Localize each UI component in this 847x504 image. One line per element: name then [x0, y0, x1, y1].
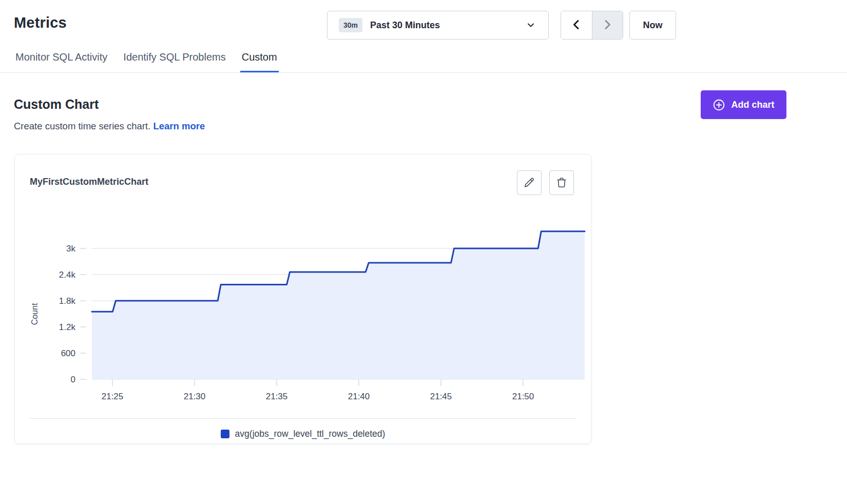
chart-actions — [517, 170, 574, 195]
learn-more-link[interactable]: Learn more — [153, 121, 205, 131]
tab-identify-sql-problems[interactable]: Identify SQL Problems — [122, 51, 227, 72]
svg-text:3k: 3k — [66, 244, 75, 254]
svg-text:2.4k: 2.4k — [59, 270, 76, 280]
tab-custom[interactable]: Custom — [240, 51, 279, 72]
plus-circle-icon — [713, 99, 725, 111]
time-range-label: Past 30 Minutes — [370, 20, 440, 31]
svg-text:21:35: 21:35 — [266, 392, 288, 401]
svg-text:1.2k: 1.2k — [59, 322, 76, 332]
svg-text:21:25: 21:25 — [102, 392, 124, 401]
svg-text:21:50: 21:50 — [512, 392, 534, 401]
time-range-select[interactable]: 30m Past 30 Minutes — [327, 11, 549, 40]
add-chart-button-label: Add chart — [731, 100, 774, 110]
page-title: Metrics — [14, 14, 67, 31]
section-description: Create custom time series chart. Learn m… — [14, 121, 847, 132]
legend-swatch — [221, 430, 229, 438]
legend-label: avg(jobs_row_level_ttl_rows_deleted) — [235, 429, 386, 439]
tab-bar: Monitor SQL Activity Identify SQL Proble… — [0, 51, 847, 73]
metrics-page: Metrics 30m Past 30 Minutes Now Monitor — [0, 0, 847, 504]
chart-area: 06001.2k1.8k2.4k3k21:2521:3021:3521:4021… — [15, 206, 591, 409]
add-chart-button[interactable]: Add chart — [701, 90, 786, 119]
chevron-right-icon — [601, 18, 613, 32]
trash-icon — [556, 177, 567, 188]
chart-card-header: MyFirstCustomMetricChart — [15, 154, 591, 195]
custom-metric-chart-svg: 06001.2k1.8k2.4k3k21:2521:3021:3521:4021… — [15, 206, 592, 407]
delete-chart-button[interactable] — [549, 170, 574, 195]
prev-interval-button[interactable] — [561, 11, 592, 39]
time-range-badge: 30m — [339, 18, 362, 32]
chart-legend[interactable]: avg(jobs_row_level_ttl_rows_deleted) — [15, 419, 591, 439]
top-bar: Metrics 30m Past 30 Minutes Now Monitor — [0, 0, 847, 73]
chevron-down-icon — [526, 21, 535, 30]
now-button[interactable]: Now — [629, 11, 676, 40]
svg-text:1.8k: 1.8k — [59, 296, 76, 306]
svg-text:Count: Count — [30, 303, 39, 325]
custom-chart-section: Custom Chart Create custom time series c… — [0, 73, 847, 132]
next-interval-button[interactable] — [592, 11, 623, 39]
svg-text:21:45: 21:45 — [430, 392, 452, 401]
pencil-icon — [524, 177, 535, 188]
time-nav-group — [561, 11, 623, 40]
svg-text:21:30: 21:30 — [184, 392, 206, 401]
svg-text:21:40: 21:40 — [348, 392, 370, 401]
chart-title: MyFirstCustomMetricChart — [30, 170, 148, 187]
chevron-left-icon — [570, 18, 583, 32]
section-description-text: Create custom time series chart. — [14, 121, 150, 131]
svg-text:0: 0 — [71, 375, 75, 384]
svg-text:600: 600 — [61, 348, 75, 358]
custom-chart-card: MyFirstCustomMetricChart 06001.2k1.8k2.4… — [14, 154, 591, 444]
edit-chart-button[interactable] — [517, 170, 542, 195]
tab-monitor-sql-activity[interactable]: Monitor SQL Activity — [14, 51, 109, 72]
